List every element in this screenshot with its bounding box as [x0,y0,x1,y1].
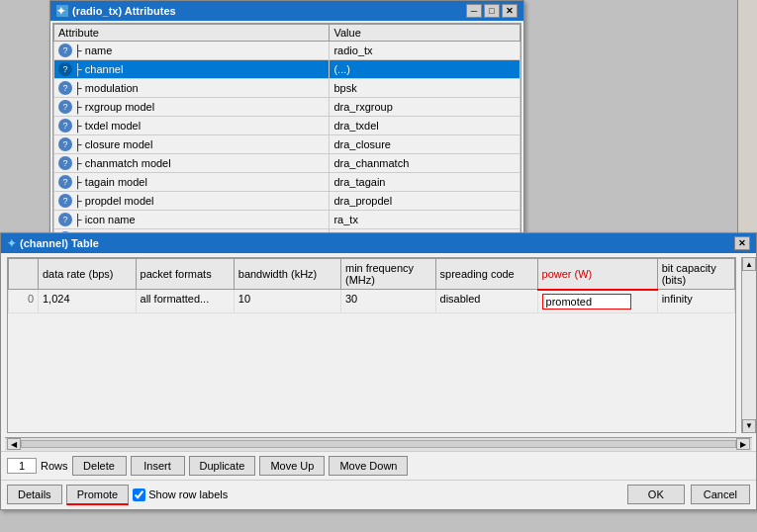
attributes-window-title: (radio_tx) Attributes [72,5,176,17]
attr-value-cell: radio_tx [330,42,520,60]
attr-value-cell: dra_rxgroup [330,98,520,117]
maximize-button[interactable]: □ [484,4,500,18]
channel-window-icon: ✦ [7,237,16,250]
attr-icon: ? [58,81,72,95]
attr-name-cell: ?├ channel [54,60,330,79]
channel-titlebar: ✦ (channel) Table ✕ [1,233,756,253]
attributes-table: Attribute Value ?├ nameradio_tx?├ channe… [53,24,520,248]
table-vertical-scrollbar[interactable]: ▲ ▼ [741,257,756,433]
attributes-table-wrapper: Attribute Value ?├ nameradio_tx?├ channe… [52,23,521,249]
attr-value-cell: dra_propdel [330,192,520,211]
attr-name-cell: ?├ propdel model [54,192,330,211]
attr-row[interactable]: ?├ modulationbpsk [54,79,520,98]
attr-row[interactable]: ?├ propdel modeldra_propdel [54,192,520,211]
scroll-down-arrow[interactable]: ▼ [742,419,756,433]
attr-icon: ? [58,62,72,76]
attr-row[interactable]: ?├ closure modeldra_closure [54,135,520,154]
power-cell[interactable] [537,290,657,313]
attr-name-cell: ?├ closure model [54,135,330,154]
attr-icon: ? [58,119,72,133]
spreading-code-cell: disabled [435,290,537,313]
scroll-right-arrow[interactable]: ▶ [736,438,750,450]
cancel-button[interactable]: Cancel [691,485,750,504]
insert-button[interactable]: Insert [131,456,185,476]
min-freq-cell: 30 [341,290,436,313]
attr-value-cell: dra_closure [330,135,520,154]
row-num-cell: 0 [9,290,39,313]
attr-row[interactable]: ?├ channel(...) [54,60,520,79]
footer-left: Details Promote Show row labels [7,485,228,505]
ok-button[interactable]: OK [627,485,685,504]
col-header-bandwidth: bandwidth (kHz) [234,259,340,290]
power-input[interactable] [542,294,631,310]
details-button[interactable]: Details [7,485,62,504]
channel-table-row[interactable]: 01,024all formatted...1030disabledinfini… [9,290,735,313]
attr-row[interactable]: ?├ txdel modeldra_txdel [54,117,520,135]
attr-name-cell: ?├ rxgroup model [54,98,330,117]
attr-value-cell: (...) [330,60,520,79]
attr-value-cell: ra_tx [330,211,520,229]
attr-value-cell: dra_tagain [330,173,520,192]
attr-name-cell: ?├ name [54,42,330,60]
close-button[interactable]: ✕ [502,4,518,18]
col-header-power: power (W) [537,259,657,290]
footer-right: OK Cancel [627,485,750,504]
attributes-window: ✦ (radio_tx) Attributes ─ □ ✕ Attribute … [49,0,524,252]
attr-value-cell: dra_chanmatch [330,154,520,173]
attributes-titlebar: ✦ (radio_tx) Attributes ─ □ ✕ [50,1,523,21]
attr-icon: ? [58,175,72,189]
delete-button[interactable]: Delete [72,456,127,476]
h-scroll-track [21,440,736,448]
attributes-window-icon: ✦ [56,5,68,17]
move-down-button[interactable]: Move Down [329,456,408,476]
col-header-spreading-code: spreading code [435,259,537,290]
minimize-button[interactable]: ─ [466,4,482,18]
attr-row[interactable]: ?├ rxgroup modeldra_rxgroup [54,98,520,117]
rows-label: Rows [41,460,68,472]
value-col-header: Value [330,25,520,42]
horizontal-scrollbar[interactable]: ◀ ▶ [5,437,752,451]
promote-button[interactable]: Promote [66,485,130,505]
show-row-labels-checkbox[interactable] [133,488,145,501]
rows-count-input[interactable] [7,458,37,474]
channel-close-button[interactable]: ✕ [734,236,750,250]
channel-table: data rate (bps) packet formats bandwidth… [8,258,735,313]
empty-table-area [8,313,735,432]
attr-icon: ? [58,194,72,208]
attr-icon: ? [58,44,72,57]
attr-value-cell: bpsk [330,79,520,98]
attr-row[interactable]: ?├ chanmatch modeldra_chanmatch [54,154,520,173]
bit-capacity-cell: infinity [657,290,734,313]
attr-name-cell: ?├ txdel model [54,117,330,135]
attr-name-cell: ?├ tagain model [54,173,330,192]
attr-col-header: Attribute [54,25,330,42]
attr-row[interactable]: ?├ tagain modeldra_tagain [54,173,520,192]
col-header-bit-capacity: bit capacity(bits) [657,259,734,290]
data-rate-cell: 1,024 [39,290,137,313]
attr-icon: ? [58,213,72,226]
bottom-footer: Details Promote Show row labels OK Cance… [1,480,756,509]
attr-row[interactable]: ?├ nameradio_tx [54,42,520,60]
bandwidth-cell: 10 [234,290,340,313]
col-header-data-rate: data rate (bps) [39,259,137,290]
channel-window: ✦ (channel) Table ✕ data rate (bps) pack… [0,232,757,510]
show-row-labels-label: Show row labels [133,488,228,501]
col-header-index [9,259,39,290]
channel-table-container: data rate (bps) packet formats bandwidth… [7,257,736,433]
scroll-up-arrow[interactable]: ▲ [742,257,756,271]
attr-name-cell: ?├ chanmatch model [54,154,330,173]
packet-formats-cell: all formatted... [136,290,234,313]
attr-icon: ? [58,137,72,151]
show-row-labels-text: Show row labels [148,488,228,500]
scroll-left-arrow[interactable]: ◀ [7,438,21,450]
col-header-packet-formats: packet formats [136,259,234,290]
right-panel [737,0,757,237]
scroll-track [742,271,756,419]
col-header-min-freq: min frequency(MHz) [341,259,436,290]
attr-name-cell: ?├ icon name [54,211,330,229]
bottom-toolbar: Rows Delete Insert Duplicate Move Up Mov… [1,451,756,480]
move-up-button[interactable]: Move Up [259,456,325,476]
attr-icon: ? [58,100,72,114]
duplicate-button[interactable]: Duplicate [189,456,256,476]
attr-row[interactable]: ?├ icon namera_tx [54,211,520,229]
